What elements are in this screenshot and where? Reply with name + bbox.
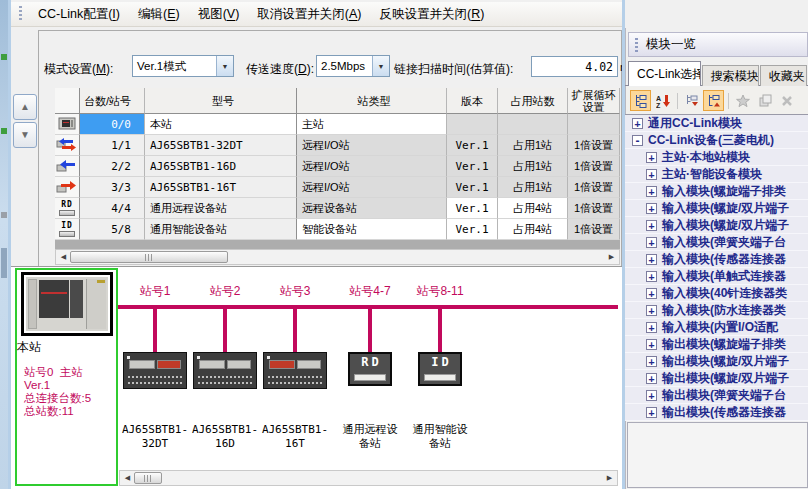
expand-icon[interactable]: + (646, 254, 657, 265)
cell-type[interactable]: 远程设备站 (297, 198, 447, 219)
collapse-all-icon[interactable] (681, 90, 702, 111)
collapse-icon[interactable]: - (632, 135, 643, 146)
tree-item[interactable]: +输入模块(传感器连接器 (625, 251, 808, 268)
tree-item[interactable]: +输出模块(传感器连接器 (625, 404, 808, 421)
cell-model[interactable]: 本站 (145, 114, 297, 135)
cell-model[interactable]: 通用远程设备站 (145, 198, 297, 219)
cell-type[interactable]: 主站 (297, 114, 447, 135)
cell-occupied[interactable]: 占用1站 (498, 177, 568, 198)
scroll-left-icon[interactable]: ◀ (57, 250, 70, 264)
cell-occupied[interactable]: 占用4站 (498, 219, 568, 240)
remote-module-image[interactable] (123, 352, 187, 389)
cell-no[interactable]: 5/8 (80, 219, 145, 240)
menu-item-0[interactable]: CC-Link配置(I) (29, 3, 129, 26)
table-row[interactable]: 2/2AJ65SBTB1-16D远程I/O站Ver.1占用1站1倍设置 (55, 156, 620, 177)
cell-type[interactable]: 远程I/O站 (297, 156, 447, 177)
expand-icon[interactable]: + (646, 203, 657, 214)
cell-type[interactable]: 远程I/O站 (297, 135, 447, 156)
menu-item-2[interactable]: 视图(V) (189, 3, 249, 26)
cell-no[interactable]: 2/2 (80, 156, 145, 177)
remote-module-image[interactable] (193, 352, 257, 389)
device-station-box[interactable]: RD (348, 352, 392, 386)
diagram-scroll-thumb[interactable] (134, 472, 162, 484)
tree-item[interactable]: +输入模块(螺旋端子排类 (625, 183, 808, 200)
expand-icon[interactable]: + (646, 169, 657, 180)
menu-item-4[interactable]: 反映设置并关闭(R) (371, 3, 494, 26)
expand-icon[interactable]: + (646, 288, 657, 299)
menu-item-1[interactable]: 编辑(E) (129, 3, 189, 26)
tree-item[interactable]: +输入模块(40针连接器类 (625, 285, 808, 302)
expand-icon[interactable]: + (646, 220, 657, 231)
tree-item[interactable]: +输入模块(螺旋/双片端子 (625, 200, 808, 217)
tree-item[interactable]: +输入模块(单触式连接器 (625, 268, 808, 285)
expand-icon[interactable]: + (646, 305, 657, 316)
expand-icon[interactable]: + (646, 373, 657, 384)
expand-icon[interactable]: + (646, 152, 657, 163)
cell-version[interactable]: Ver.1 (447, 177, 498, 198)
cell-no[interactable]: 1/1 (80, 135, 145, 156)
cell-version[interactable]: Ver.1 (447, 198, 498, 219)
master-plc-image[interactable] (21, 272, 113, 336)
cell-occupied[interactable]: 占用1站 (498, 156, 568, 177)
cell-no[interactable]: 4/4 (80, 198, 145, 219)
tab-0[interactable]: CC-Link选择 (628, 61, 701, 86)
cell-model[interactable]: AJ65SBTB1-16D (145, 156, 297, 177)
cell-version[interactable]: Ver.1 (447, 135, 498, 156)
cell-cyclic[interactable]: 1倍设置 (568, 219, 620, 240)
cell-occupied[interactable]: 占用1站 (498, 135, 568, 156)
tree-item[interactable]: +输入模块(螺旋/双片端子 (625, 217, 808, 234)
table-row[interactable]: 3/3AJ65SBTB1-16T远程I/O站Ver.1占用1站1倍设置 (55, 177, 620, 198)
tree-item[interactable]: -CC-Link设备(三菱电机) (625, 132, 808, 149)
expand-icon[interactable]: + (646, 322, 657, 333)
cell-cyclic[interactable]: 1倍设置 (568, 198, 620, 219)
cell-no[interactable]: 0/0 (80, 114, 145, 135)
speed-select[interactable]: 2.5Mbps ▼ (316, 55, 390, 77)
tree-item[interactable]: +输出模块(螺旋/双片端子 (625, 353, 808, 370)
scroll-right-icon[interactable]: ▶ (603, 471, 616, 485)
tree-item[interactable]: +输入模块(防水连接器类 (625, 302, 808, 319)
menu-item-3[interactable]: 取消设置并关闭(A) (248, 3, 370, 26)
tab-1[interactable]: 搜索模块 (702, 65, 759, 86)
scroll-right-icon[interactable]: ▶ (605, 250, 618, 264)
expand-icon[interactable]: + (646, 356, 657, 367)
cell-type[interactable]: 智能设备站 (297, 219, 447, 240)
cell-cyclic[interactable]: 1倍设置 (568, 156, 620, 177)
cell-no[interactable]: 3/3 (80, 177, 145, 198)
table-row[interactable]: 1/1AJ65SBTB1-32DT远程I/O站Ver.1占用1站1倍设置 (55, 135, 620, 156)
tree-item[interactable]: +输出模块(螺旋/双片端子 (625, 370, 808, 387)
cell-occupied[interactable] (498, 114, 568, 135)
cell-type[interactable]: 远程I/O站 (297, 177, 447, 198)
cell-version[interactable]: Ver.1 (447, 219, 498, 240)
tree-item[interactable]: +通用CC-Link模块 (625, 115, 808, 132)
expand-selected-icon[interactable] (703, 90, 724, 111)
tree-item[interactable]: +主站·智能设备模块 (625, 166, 808, 183)
favorite-star-icon[interactable] (732, 90, 753, 111)
expand-icon[interactable]: + (646, 390, 657, 401)
delete-icon[interactable] (776, 90, 797, 111)
expand-icon[interactable]: + (646, 407, 657, 418)
tree-item[interactable]: +输入模块(弹簧夹端子台 (625, 234, 808, 251)
cell-cyclic[interactable] (568, 114, 620, 135)
group-by-type-icon[interactable] (630, 90, 651, 111)
expand-icon[interactable]: + (646, 339, 657, 350)
diagram-h-scrollbar[interactable]: ◀ ▶ (119, 470, 618, 486)
tab-2[interactable]: 收藏夹 (760, 65, 807, 86)
table-scroll-thumb[interactable] (70, 251, 228, 263)
remote-module-image[interactable] (263, 352, 327, 389)
chevron-down-icon[interactable]: ▼ (372, 56, 389, 76)
cell-model[interactable]: AJ65SBTB1-32DT (145, 135, 297, 156)
table-h-scrollbar[interactable]: ◀ ▶ (55, 249, 620, 265)
mode-select[interactable]: Ver.1模式 ▼ (132, 55, 234, 77)
table-row[interactable]: 0/0本站主站 (55, 114, 620, 135)
move-up-icon[interactable]: ▲ (13, 94, 37, 120)
device-station-box[interactable]: ID (418, 352, 462, 386)
tree-item[interactable]: +输入模块(内置I/O适配 (625, 319, 808, 336)
cell-version[interactable] (447, 114, 498, 135)
cell-cyclic[interactable]: 1倍设置 (568, 177, 620, 198)
sort-az-icon[interactable]: AZ (652, 90, 673, 111)
link-scan-time-field[interactable]: 4.02 (531, 56, 618, 77)
chevron-down-icon[interactable]: ▼ (216, 56, 233, 76)
expand-icon[interactable]: + (646, 186, 657, 197)
cell-cyclic[interactable]: 1倍设置 (568, 135, 620, 156)
cell-occupied[interactable]: 占用4站 (498, 198, 568, 219)
